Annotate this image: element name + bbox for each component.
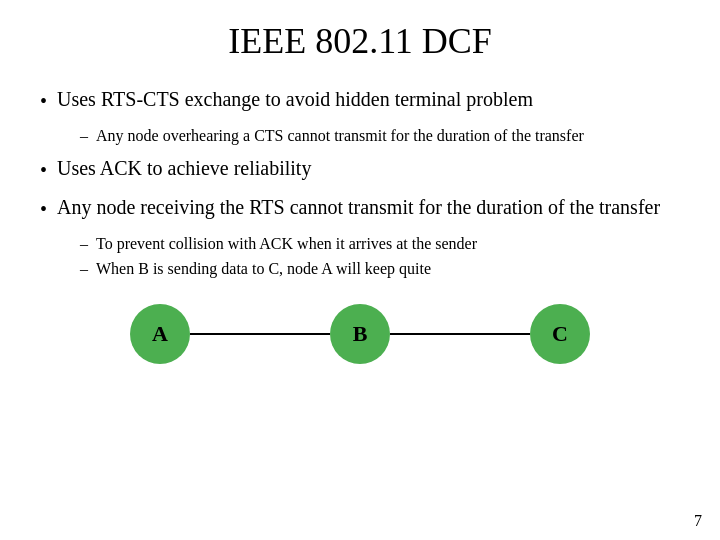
- line-ab: [190, 333, 330, 335]
- network-diagram: A B C: [40, 304, 680, 364]
- node-a: A: [130, 304, 190, 364]
- sub-bullet-1a: – Any node overhearing a CTS cannot tran…: [80, 125, 680, 147]
- sub-dash-1a: –: [80, 125, 88, 147]
- bullet-3: • Any node receiving the RTS cannot tran…: [40, 194, 680, 223]
- bullet-1-text: Uses RTS-CTS exchange to avoid hidden te…: [57, 86, 533, 113]
- bullet-3-text: Any node receiving the RTS cannot transm…: [57, 194, 660, 221]
- bullet-dot-1: •: [40, 87, 47, 115]
- bullet-dot-2: •: [40, 156, 47, 184]
- sub-bullet-3a-text: To prevent collision with ACK when it ar…: [96, 233, 477, 255]
- sub-bullet-3b-text: When B is sending data to C, node A will…: [96, 258, 431, 280]
- sub-bullet-1a-text: Any node overhearing a CTS cannot transm…: [96, 125, 584, 147]
- bullet-dot-3: •: [40, 195, 47, 223]
- sub-dash-3a: –: [80, 233, 88, 255]
- bullet-2: • Uses ACK to achieve reliability: [40, 155, 680, 184]
- slide-title: IEEE 802.11 DCF: [40, 20, 680, 62]
- sub-bullet-3a: – To prevent collision with ACK when it …: [80, 233, 680, 255]
- node-b: B: [330, 304, 390, 364]
- line-bc: [390, 333, 530, 335]
- sub-bullet-3b: – When B is sending data to C, node A wi…: [80, 258, 680, 280]
- slide: IEEE 802.11 DCF • Uses RTS-CTS exchange …: [0, 0, 720, 540]
- bullet-1: • Uses RTS-CTS exchange to avoid hidden …: [40, 86, 680, 115]
- content-area: • Uses RTS-CTS exchange to avoid hidden …: [40, 86, 680, 280]
- node-c: C: [530, 304, 590, 364]
- bullet-2-text: Uses ACK to achieve reliability: [57, 155, 311, 182]
- sub-dash-3b: –: [80, 258, 88, 280]
- page-number: 7: [694, 512, 702, 530]
